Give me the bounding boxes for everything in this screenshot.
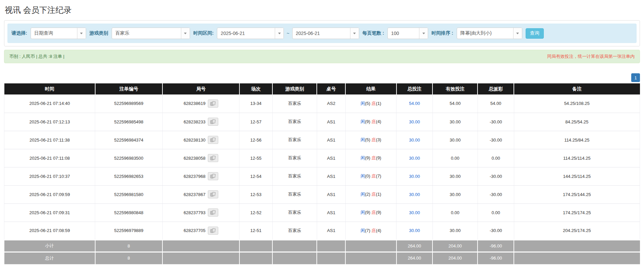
total-bet-link[interactable]: 30.00 — [409, 192, 420, 197]
cell-result: 闲(9) 庄(4) — [345, 113, 396, 131]
cell-valid-bet: 30.00 — [432, 185, 478, 203]
cell-table-number: AS1 — [317, 222, 345, 240]
totals-session — [239, 252, 272, 264]
cards-icon — [210, 101, 216, 106]
cell-result: 闲(5) 庄(1) — [345, 94, 396, 113]
view-cards-button[interactable] — [208, 118, 218, 126]
cell-table-number: AS1 — [317, 203, 345, 222]
table-row: 2025-06-21 07:11:38522596984374628238130… — [4, 131, 640, 149]
page-button-1[interactable]: 1 — [631, 73, 640, 82]
totals-count: 8 — [95, 240, 162, 252]
result-player-label: 闲 — [361, 137, 365, 142]
result-banker-score: (7) — [376, 173, 381, 179]
cell-time: 2025-06-21 07:08:59 — [4, 222, 95, 240]
chevron-down-icon[interactable] — [77, 28, 86, 39]
cell-total-bet: 30.00 — [396, 167, 433, 185]
round-number: 628237705 — [184, 228, 205, 233]
cell-valid-bet: 0.00 — [432, 149, 478, 167]
table-row: 2025-06-21 07:14:40522596989569628238619… — [4, 94, 640, 113]
cell-result: 闲(9) 庄(9) — [345, 203, 396, 222]
sort-select[interactable]: 降幂(由大到小) — [457, 28, 522, 39]
date-to-value: 2025-06-21 — [293, 28, 350, 39]
result-banker-score: (9) — [376, 210, 381, 215]
game-type-select[interactable]: 百家乐 — [112, 28, 190, 39]
cell-bet-id: 522596989569 — [95, 94, 162, 113]
result-banker-label: 庄 — [372, 119, 376, 124]
filter-panel: 请选择: 日期查询 游戏类别 百家乐 时间区间: 2025-06-21 ~ 20… — [4, 20, 640, 46]
query-type-label: 请选择: — [11, 30, 28, 36]
total-bet-link[interactable]: 30.00 — [409, 138, 420, 143]
total-bet-link[interactable]: 54.00 — [409, 101, 420, 106]
game-type-label: 游戏类别 — [89, 30, 109, 36]
cell-bet-id: 522596983500 — [95, 149, 162, 167]
page-size-select[interactable]: 100 — [387, 28, 428, 39]
result-player-score: (0) — [365, 173, 370, 179]
total-bet-link[interactable]: 30.00 — [409, 156, 420, 161]
cell-payout: 54.00 — [478, 94, 514, 113]
query-type-select[interactable]: 日期查询 — [31, 28, 86, 39]
cell-table-number: AS1 — [317, 131, 345, 149]
view-cards-button[interactable] — [208, 227, 218, 235]
cell-total-bet: 54.00 — [396, 94, 433, 113]
page-size-label: 每页笔数 : — [362, 30, 385, 36]
view-cards-button[interactable] — [208, 208, 218, 217]
cell-remark: 114.25/114.25 — [514, 149, 640, 167]
cards-icon — [210, 138, 216, 142]
totals-table — [317, 252, 345, 264]
totals-result — [345, 252, 396, 264]
cards-icon — [210, 228, 216, 233]
total-bet-link[interactable]: 30.00 — [409, 228, 420, 233]
cell-total-bet: 30.00 — [396, 222, 433, 240]
totals-label: 总计 — [4, 252, 95, 264]
chevron-down-icon[interactable] — [419, 28, 428, 39]
result-player-score: (5) — [365, 137, 370, 142]
chevron-down-icon[interactable] — [350, 28, 359, 39]
chevron-down-icon[interactable] — [275, 28, 283, 39]
totals-payout: -96.00 — [478, 252, 514, 264]
cell-round-id: 628238619 — [162, 94, 239, 113]
column-header: 时间 — [4, 83, 95, 94]
cell-time: 2025-06-21 07:11:08 — [4, 149, 95, 167]
column-header: 桌号 — [317, 83, 345, 94]
column-header: 有效投注 — [432, 83, 478, 94]
result-banker-score: (1) — [376, 101, 381, 106]
round-number: 628238619 — [184, 101, 205, 106]
chevron-down-icon[interactable] — [513, 28, 522, 39]
view-cards-button[interactable] — [208, 136, 218, 144]
totals-game — [272, 252, 317, 264]
sort-value: 降幂(由大到小) — [457, 28, 513, 39]
cards-icon — [210, 119, 216, 124]
total-bet-link[interactable]: 30.00 — [409, 174, 420, 179]
cell-session: 12-52 — [239, 203, 272, 222]
cell-valid-bet: 0.00 — [432, 203, 478, 222]
total-bet-link[interactable]: 30.00 — [409, 210, 420, 215]
chevron-down-icon[interactable] — [181, 28, 190, 39]
view-cards-button[interactable] — [208, 172, 218, 180]
cell-bet-id: 522596980848 — [95, 203, 162, 222]
round-number: 628237793 — [184, 210, 205, 215]
cell-total-bet: 30.00 — [396, 185, 433, 203]
view-cards-button[interactable] — [208, 154, 218, 162]
date-from-select[interactable]: 2025-06-21 — [217, 28, 284, 39]
cell-round-id: 628237867 — [162, 185, 239, 203]
total-bet-link[interactable]: 30.00 — [409, 119, 420, 124]
pagination: 1 — [4, 73, 640, 82]
cell-bet-id: 522596981580 — [95, 185, 162, 203]
cell-remark: 174.25/144.25 — [514, 185, 640, 203]
result-banker-label: 庄 — [372, 228, 376, 233]
round-number: 628238130 — [184, 138, 205, 143]
date-to-select[interactable]: 2025-06-21 — [292, 28, 359, 39]
view-cards-button[interactable] — [208, 100, 218, 108]
search-button[interactable]: 查询 — [526, 28, 544, 39]
view-cards-button[interactable] — [208, 190, 218, 198]
result-banker-label: 庄 — [372, 101, 376, 106]
page-size-value: 100 — [388, 28, 419, 39]
table-row: 2025-06-21 07:11:08522596983500628238058… — [4, 149, 640, 167]
cell-round-id: 628238058 — [162, 149, 239, 167]
result-player-score: (5) — [365, 101, 370, 106]
result-banker-score: (4) — [376, 228, 381, 233]
result-player-score: (9) — [365, 119, 370, 124]
summary-currency-text: 币别 : 人民币 | 总共 :8 注单 | — [9, 53, 65, 60]
column-header: 场次 — [239, 83, 272, 94]
cell-game-type: 百家乐 — [272, 149, 317, 167]
